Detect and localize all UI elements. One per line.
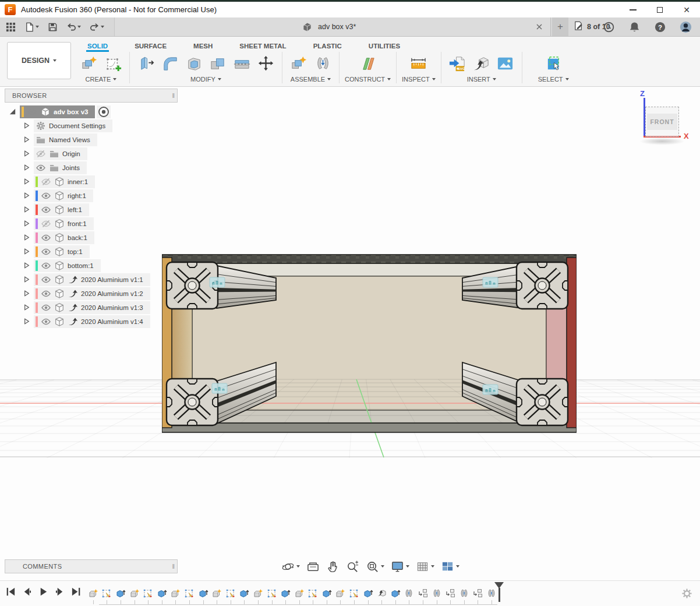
browser-item-2020-aluminium-v1-2[interactable]: 2020 Aluminium v1:2	[5, 287, 178, 301]
joint-button[interactable]	[312, 52, 334, 75]
clock-button[interactable]	[600, 19, 617, 35]
ribbon-tab-utilities[interactable]: UTILITIES	[367, 43, 401, 52]
display-settings-button[interactable]	[389, 559, 411, 575]
timeline-feature-extrude[interactable]	[114, 583, 128, 604]
eye-icon[interactable]	[36, 163, 46, 173]
minimize-button[interactable]	[620, 2, 646, 17]
split-body-button[interactable]	[231, 52, 253, 75]
new-tab-button[interactable]: +	[552, 17, 568, 36]
eye-off-icon[interactable]	[41, 177, 51, 187]
timeline-feature-insert[interactable]	[374, 583, 388, 604]
redo-button[interactable]	[87, 20, 107, 34]
timeline-feature-sketch[interactable]	[182, 583, 196, 604]
3d-viewport[interactable]: BROWSER ‖ adv box v3Document SettingsNam…	[0, 87, 700, 580]
go-to-end-button[interactable]	[70, 587, 82, 599]
timeline-feature-joint[interactable]	[430, 583, 444, 604]
maximize-button[interactable]	[646, 2, 673, 17]
timeline-feature-component[interactable]	[169, 583, 183, 604]
expander-closed-icon[interactable]	[22, 289, 32, 299]
move-button[interactable]	[254, 52, 277, 75]
timeline-feature-rigid-group[interactable]	[416, 583, 430, 604]
ribbon-group-label[interactable]: SELECT	[538, 76, 569, 83]
browser-item-back-1[interactable]: back:1	[5, 231, 178, 245]
browser-item-left-1[interactable]: left:1	[5, 203, 178, 217]
ribbon-group-label[interactable]: INSERT	[467, 76, 496, 83]
eye-icon[interactable]	[41, 288, 51, 299]
expander-closed-icon[interactable]	[22, 135, 32, 145]
undo-button[interactable]	[64, 20, 83, 34]
help-button[interactable]: ?	[652, 19, 669, 35]
ribbon-tab-sheet-metal[interactable]: SHEET METAL	[238, 43, 287, 52]
zoom-button[interactable]	[344, 559, 361, 575]
expander-closed-icon[interactable]	[22, 317, 32, 327]
timeline-feature-component[interactable]	[251, 583, 265, 604]
look-at-button[interactable]	[305, 559, 321, 575]
expander-closed-icon[interactable]	[22, 177, 32, 187]
app-grid-button[interactable]	[3, 20, 18, 34]
view-cube-front-face[interactable]: FRONT	[645, 107, 679, 137]
expander-closed-icon[interactable]	[22, 303, 32, 313]
timeline-feature-extrude[interactable]	[361, 583, 375, 604]
browser-item-named-views[interactable]: Named Views	[5, 133, 178, 147]
browser-item-right-1[interactable]: right:1	[5, 189, 178, 203]
bell-button[interactable]	[626, 19, 643, 35]
press-pull-button[interactable]	[135, 52, 157, 75]
browser-item-2020-aluminium-v1-1[interactable]: 2020 Aluminium v1:1	[5, 273, 178, 287]
ribbon-group-label[interactable]: CONSTRUCT	[345, 76, 391, 83]
panel-grip-icon[interactable]: ‖	[172, 92, 175, 99]
comments-panel-header[interactable]: COMMENTS ‖	[5, 559, 178, 573]
browser-item-adv-box-v3[interactable]: adv box v3	[5, 105, 178, 119]
browser-panel-header[interactable]: BROWSER ‖	[5, 89, 178, 103]
ribbon-tab-solid[interactable]: SOLID	[86, 43, 109, 52]
timeline-feature-sketch[interactable]	[100, 583, 114, 604]
workspace-switcher-button[interactable]: DESIGN	[7, 42, 71, 79]
browser-item-front-1[interactable]: front:1	[5, 217, 178, 231]
timeline-settings-gear-icon[interactable]	[681, 588, 692, 599]
expander-closed-icon[interactable]	[22, 205, 32, 215]
view-cube[interactable]: FRONT Z X	[635, 92, 700, 153]
fit-button[interactable]	[364, 559, 386, 575]
shell-button[interactable]	[183, 52, 205, 75]
orbit-button[interactable]	[280, 559, 302, 575]
activate-component-radio[interactable]	[97, 105, 111, 118]
eye-icon[interactable]	[41, 246, 51, 257]
timeline-feature-component[interactable]	[292, 583, 306, 604]
construct-plane-button[interactable]	[357, 52, 379, 75]
ribbon-tab-plastic[interactable]: PLASTIC	[312, 43, 343, 52]
eye-icon[interactable]	[41, 274, 51, 285]
timeline-feature-sketch[interactable]	[224, 583, 238, 604]
ribbon-group-label[interactable]: INSPECT	[402, 76, 436, 83]
eye-icon[interactable]	[41, 302, 51, 313]
eye-icon[interactable]	[41, 191, 51, 201]
expander-closed-icon[interactable]	[22, 233, 32, 243]
browser-item-document-settings[interactable]: Document Settings	[5, 119, 178, 133]
timeline-feature-extrude[interactable]	[278, 583, 292, 604]
expander-closed-icon[interactable]	[22, 163, 32, 173]
eye-icon[interactable]	[41, 260, 51, 271]
avatar-button[interactable]	[677, 19, 694, 35]
file-new-button[interactable]	[22, 20, 41, 34]
select-button[interactable]	[542, 52, 564, 75]
pan-button[interactable]	[324, 559, 341, 575]
extrusion-end-face[interactable]	[167, 379, 218, 425]
expander-closed-icon[interactable]	[22, 275, 32, 285]
timeline-feature-sketch[interactable]	[265, 583, 279, 604]
box-top-panel[interactable]	[162, 255, 577, 263]
timeline-feature-extrude[interactable]	[388, 583, 402, 604]
timeline-feature-rigid-group[interactable]	[443, 583, 457, 604]
insert-svg-button[interactable]: SVG	[447, 52, 469, 75]
step-forward-button[interactable]	[54, 587, 66, 599]
timeline-feature-extrude[interactable]	[238, 583, 252, 604]
go-to-start-button[interactable]	[5, 587, 17, 599]
timeline-feature-component[interactable]	[128, 583, 142, 604]
expander-closed-icon[interactable]	[22, 191, 32, 201]
expander-closed-icon[interactable]	[22, 219, 32, 229]
measure-button[interactable]	[408, 52, 430, 75]
extrusion-end-face[interactable]	[517, 262, 568, 309]
timeline-feature-joint[interactable]	[457, 583, 471, 604]
expander-open-icon[interactable]	[8, 107, 18, 117]
panel-grip-icon[interactable]: ‖	[172, 563, 175, 570]
timeline-feature-sketch[interactable]	[306, 583, 320, 604]
eye-icon[interactable]	[27, 107, 37, 117]
box-bottom-panel[interactable]	[162, 423, 577, 432]
